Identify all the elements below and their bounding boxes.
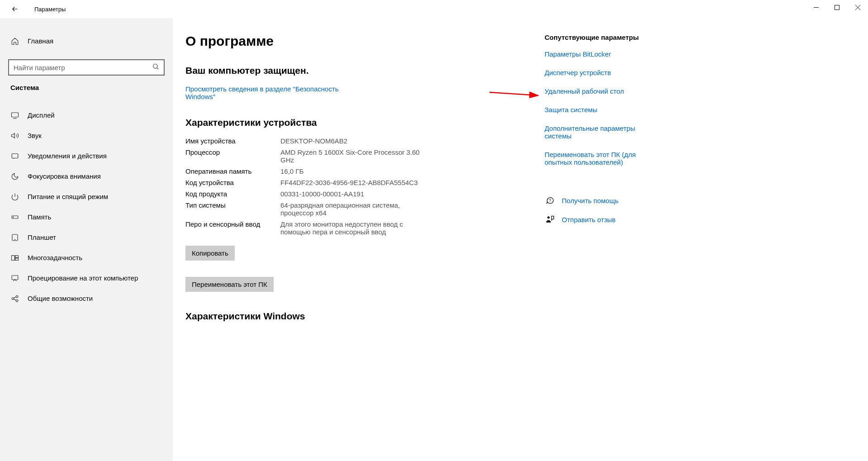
projecting-icon	[10, 274, 19, 283]
related-heading: Сопутствующие параметры	[545, 33, 658, 41]
spec-key: Процессор	[185, 148, 280, 164]
spec-val: 64-разрядная операционная система, проце…	[280, 201, 421, 217]
sidebar-item-label: Планшет	[28, 233, 56, 241]
search-icon	[152, 63, 159, 72]
search-input[interactable]	[14, 64, 152, 71]
maximize-button[interactable]	[826, 0, 847, 14]
shared-icon	[10, 294, 19, 303]
minimize-button[interactable]	[806, 0, 826, 14]
sidebar-item-label: Дисплей	[28, 111, 55, 119]
sidebar-item-shared[interactable]: Общие возможности	[0, 288, 173, 309]
get-help-link[interactable]: Получить помощь	[562, 197, 618, 204]
storage-icon	[10, 213, 19, 222]
security-link[interactable]: Просмотреть сведения в разделе "Безопасн…	[185, 85, 366, 100]
spec-row: Процессор AMD Ryzen 5 1600X Six-Core Pro…	[185, 148, 534, 164]
sidebar-item-power[interactable]: Питание и спящий режим	[0, 186, 173, 207]
svg-point-21	[16, 295, 18, 298]
spec-row: Имя устройства DESKTOP-NOM6AB2	[185, 137, 534, 145]
power-icon	[10, 192, 19, 201]
notifications-icon	[10, 152, 19, 161]
svg-rect-17	[15, 255, 19, 257]
related-panel: Сопутствующие параметры Параметры BitLoc…	[545, 33, 676, 461]
related-link-system-protection[interactable]: Защита системы	[545, 106, 658, 114]
related-link-rename-advanced[interactable]: Переименовать этот ПК (для опытных польз…	[545, 151, 658, 166]
back-button[interactable]	[8, 2, 22, 16]
svg-point-22	[16, 299, 18, 302]
sidebar-item-display[interactable]: Дисплей	[0, 105, 173, 125]
protected-heading: Ваш компьютер защищен.	[185, 65, 534, 76]
sidebar-item-label: Уведомления и действия	[28, 152, 107, 160]
sidebar-item-label: Фокусировка внимания	[28, 172, 101, 180]
svg-point-20	[12, 297, 14, 299]
spec-row: Код продукта 00331-10000-00001-AA191	[185, 190, 534, 198]
copy-button[interactable]: Копировать	[185, 246, 235, 261]
spec-row: Перо и сенсорный ввод Для этого монитора…	[185, 220, 534, 236]
related-link-bitlocker[interactable]: Параметры BitLocker	[545, 50, 658, 58]
svg-line-24	[14, 299, 16, 300]
spec-row: Код устройства FF44DF22-3036-4956-9E12-A…	[185, 179, 534, 186]
search-box[interactable]	[8, 59, 165, 76]
svg-rect-18	[15, 258, 19, 260]
feedback-icon	[545, 214, 555, 225]
related-link-advanced-system[interactable]: Дополнительные параметры системы	[545, 124, 658, 140]
sidebar-item-label: Проецирование на этот компьютер	[28, 274, 138, 282]
related-link-remote-desktop[interactable]: Удаленный рабочий стол	[545, 87, 658, 95]
svg-point-26	[547, 216, 550, 219]
svg-text:?: ?	[549, 198, 551, 203]
rename-pc-button[interactable]: Переименовать этот ПК	[185, 277, 274, 292]
sidebar-item-label: Общие возможности	[28, 295, 93, 302]
svg-rect-1	[835, 5, 839, 10]
sidebar-item-label: Питание и спящий режим	[28, 193, 108, 200]
svg-rect-16	[12, 255, 15, 260]
feedback-link[interactable]: Отправить отзыв	[562, 216, 616, 223]
sidebar-item-label: Память	[28, 213, 51, 221]
svg-rect-19	[12, 276, 18, 280]
sidebar-item-multitasking[interactable]: Многозадачность	[0, 247, 173, 268]
sidebar-item-notifications[interactable]: Уведомления и действия	[0, 146, 173, 166]
svg-marker-8	[12, 133, 15, 138]
home-icon	[10, 37, 19, 46]
close-button[interactable]	[847, 0, 868, 14]
sidebar-item-sound[interactable]: Звук	[0, 125, 173, 146]
related-link-device-manager[interactable]: Диспетчер устройств	[545, 69, 658, 76]
svg-line-5	[157, 68, 158, 69]
svg-line-23	[14, 297, 16, 298]
spec-key: Тип системы	[185, 201, 280, 217]
page-title: О программе	[185, 33, 534, 49]
spec-val: 00331-10000-00001-AA191	[280, 190, 364, 198]
multitasking-icon	[10, 253, 19, 262]
spec-key: Оперативная память	[185, 167, 280, 175]
svg-rect-9	[12, 153, 18, 158]
sidebar-item-storage[interactable]: Память	[0, 207, 173, 227]
device-spec-heading: Характеристики устройства	[185, 117, 534, 128]
tablet-icon	[10, 233, 19, 242]
spec-val: FF44DF22-3036-4956-9E12-AB8DFA5554C3	[280, 179, 418, 186]
focus-icon	[10, 172, 19, 181]
sidebar: Главная Система Дисплей Звук Уведом	[0, 18, 173, 461]
sidebar-section-title: Система	[0, 84, 173, 91]
spec-key: Код устройства	[185, 179, 280, 186]
window-title: Параметры	[34, 6, 66, 13]
sidebar-item-focus[interactable]: Фокусировка внимания	[0, 166, 173, 186]
spec-val: 16,0 ГБ	[280, 167, 304, 175]
spec-row: Оперативная память 16,0 ГБ	[185, 167, 534, 175]
sidebar-home[interactable]: Главная	[0, 31, 173, 51]
titlebar: Параметры	[0, 0, 868, 18]
spec-key: Код продукта	[185, 190, 280, 198]
svg-rect-6	[12, 113, 19, 117]
windows-spec-heading: Характеристики Windows	[185, 311, 534, 322]
svg-point-13	[13, 217, 14, 217]
spec-val: AMD Ryzen 5 1600X Six-Core Processor 3.6…	[280, 148, 421, 164]
svg-point-4	[153, 64, 157, 68]
sound-icon	[10, 131, 19, 140]
spec-key: Имя устройства	[185, 137, 280, 145]
sidebar-item-label: Многозадачность	[28, 254, 82, 261]
sidebar-item-projecting[interactable]: Проецирование на этот компьютер	[0, 268, 173, 288]
spec-val: DESKTOP-NOM6AB2	[280, 137, 347, 145]
sidebar-item-label: Звук	[28, 132, 42, 139]
sidebar-home-label: Главная	[28, 37, 53, 45]
display-icon	[10, 111, 19, 120]
sidebar-item-tablet[interactable]: Планшет	[0, 227, 173, 247]
spec-val: Для этого монитора недоступен ввод с пом…	[280, 220, 421, 236]
spec-row: Тип системы 64-разрядная операционная си…	[185, 201, 534, 217]
